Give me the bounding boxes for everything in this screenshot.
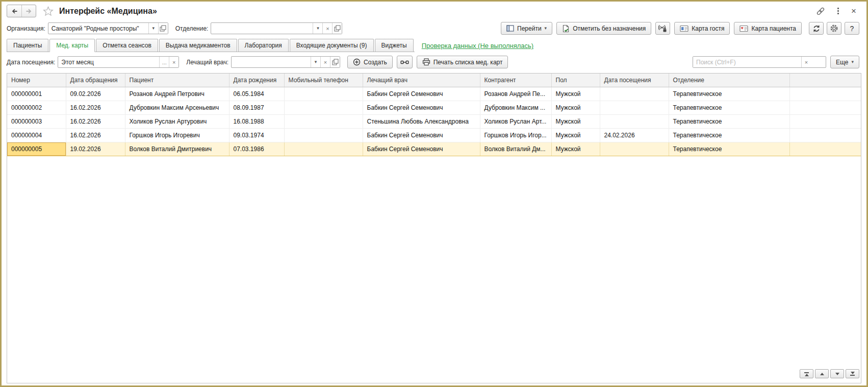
table-row[interactable]: 000000002 16.02.2026 Дубровкин Максим Ар… bbox=[7, 101, 861, 114]
column-header-sex[interactable]: Пол bbox=[551, 74, 600, 87]
goto-button[interactable]: Перейти ▾ bbox=[501, 22, 552, 35]
print-med-cards-button[interactable]: Печать списка мед. карт bbox=[417, 56, 508, 68]
column-header-birth-date[interactable]: Дата рождения bbox=[229, 74, 284, 87]
tab-patients[interactable]: Пациенты bbox=[7, 39, 48, 52]
more-menu-icon[interactable] bbox=[836, 7, 840, 15]
help-button[interactable]: ? bbox=[845, 22, 859, 35]
cell-counterparty[interactable]: Розанов Андрей Пе... bbox=[480, 87, 551, 101]
organization-open-button[interactable] bbox=[158, 23, 168, 34]
card-reader-button[interactable] bbox=[655, 22, 670, 35]
cell-mobile-phone[interactable] bbox=[284, 142, 363, 156]
scroll-down-button[interactable] bbox=[830, 369, 844, 378]
visit-date-clear-button[interactable]: × bbox=[169, 57, 178, 67]
cell-visit-date[interactable] bbox=[600, 101, 669, 114]
cell-birth-date[interactable]: 07.03.1986 bbox=[229, 142, 284, 156]
cell-number[interactable]: 000000003 bbox=[7, 114, 66, 128]
cell-patient[interactable]: Горшков Игорь Игоревич bbox=[125, 128, 229, 142]
cell-patient[interactable]: Волков Виталий Дмитриевич bbox=[125, 142, 229, 156]
scroll-top-button[interactable] bbox=[800, 369, 813, 378]
cell-doctor[interactable]: Бабкин Сергей Семенович bbox=[363, 101, 480, 114]
search-clear-button[interactable]: × bbox=[801, 57, 811, 67]
cell-department[interactable]: Терапевтическое bbox=[669, 101, 789, 114]
cell-request-date[interactable]: 16.02.2026 bbox=[66, 101, 125, 114]
data-check-link[interactable]: Проверка данных (Не выполнялась) bbox=[422, 42, 533, 50]
cell-mobile-phone[interactable] bbox=[284, 101, 363, 114]
cell-visit-date[interactable] bbox=[600, 87, 669, 101]
column-header-mobile-phone[interactable]: Мобильный телефон bbox=[284, 74, 363, 87]
cell-doctor[interactable]: Бабкин Сергей Семенович bbox=[363, 142, 480, 156]
tab-session-marks[interactable]: Отметка сеансов bbox=[96, 39, 158, 52]
cell-counterparty[interactable]: Горшков Игорь Игор... bbox=[480, 128, 551, 142]
back-button[interactable] bbox=[7, 5, 21, 17]
cell-birth-date[interactable]: 08.09.1987 bbox=[229, 101, 284, 114]
table-row[interactable]: 000000005 19.02.2026 Волков Виталий Дмит… bbox=[7, 142, 861, 156]
tab-laboratory[interactable]: Лаборатория bbox=[238, 39, 289, 52]
cell-sex[interactable]: Мужской bbox=[551, 128, 600, 142]
cell-counterparty[interactable]: Дубровкин Максим ... bbox=[480, 101, 551, 114]
cell-birth-date[interactable]: 09.03.1974 bbox=[229, 128, 284, 142]
cell-number[interactable]: 000000005 bbox=[7, 142, 66, 156]
cell-patient[interactable]: Розанов Андрей Петрович bbox=[125, 87, 229, 101]
more-button[interactable]: Еще ▾ bbox=[830, 56, 859, 68]
refresh-button[interactable] bbox=[809, 22, 824, 35]
guest-card-button[interactable]: Карта гостя bbox=[674, 22, 730, 35]
cell-visit-date[interactable]: 24.02.2026 bbox=[600, 128, 669, 142]
column-header-number[interactable]: Номер bbox=[7, 74, 66, 87]
cell-department[interactable]: Терапевтическое bbox=[669, 128, 789, 142]
cell-number[interactable]: 000000004 bbox=[7, 128, 66, 142]
column-header-department[interactable]: Отделение bbox=[669, 74, 789, 87]
cell-department[interactable]: Терапевтическое bbox=[669, 114, 789, 128]
cell-sex[interactable]: Мужской bbox=[551, 114, 600, 128]
patient-card-button[interactable]: Карта пациента bbox=[734, 22, 802, 35]
column-header-request-date[interactable]: Дата обращения bbox=[66, 74, 125, 87]
doctor-dropdown-button[interactable]: ▾ bbox=[311, 57, 320, 67]
linked-sessions-button[interactable] bbox=[397, 56, 413, 68]
organization-field[interactable]: Санаторий "Родные просторы" ▾ bbox=[48, 22, 168, 34]
cell-counterparty[interactable]: Холиков Руслан Арт... bbox=[480, 114, 551, 128]
cell-mobile-phone[interactable] bbox=[284, 114, 363, 128]
cell-doctor[interactable]: Стеньшина Любовь Александровна bbox=[363, 114, 480, 128]
column-header-counterparty[interactable]: Контрагент bbox=[480, 74, 551, 87]
column-header-doctor[interactable]: Лечащий врач bbox=[363, 74, 480, 87]
cell-request-date[interactable]: 19.02.2026 bbox=[66, 142, 125, 156]
tab-incoming-documents[interactable]: Входящие документы (9) bbox=[290, 39, 374, 52]
cell-doctor[interactable]: Бабкин Сергей Семенович bbox=[363, 87, 480, 101]
organization-dropdown-button[interactable]: ▾ bbox=[148, 23, 158, 34]
favorite-star-icon[interactable] bbox=[43, 6, 54, 16]
table-row[interactable]: 000000003 16.02.2026 Холиков Руслан Арту… bbox=[7, 114, 861, 128]
cell-mobile-phone[interactable] bbox=[284, 128, 363, 142]
cell-patient[interactable]: Холиков Руслан Артурович bbox=[125, 114, 229, 128]
cell-request-date[interactable]: 16.02.2026 bbox=[66, 128, 125, 142]
cell-sex[interactable]: Мужской bbox=[551, 142, 600, 156]
search-input[interactable] bbox=[693, 57, 801, 67]
mark-without-assignment-button[interactable]: Отметить без назначения bbox=[556, 22, 651, 35]
close-icon[interactable]: × bbox=[851, 7, 856, 15]
cell-department[interactable]: Терапевтическое bbox=[669, 142, 789, 156]
cell-birth-date[interactable]: 16.08.1988 bbox=[229, 114, 284, 128]
cell-counterparty[interactable]: Волков Виталий Дм... bbox=[480, 142, 551, 156]
doctor-open-button[interactable] bbox=[330, 57, 340, 67]
visit-date-field[interactable]: Этот месяц ... × bbox=[58, 56, 179, 68]
cell-doctor[interactable]: Бабкин Сергей Семенович bbox=[363, 128, 480, 142]
doctor-clear-button[interactable]: × bbox=[320, 57, 330, 67]
link-icon[interactable] bbox=[816, 7, 825, 16]
settings-button[interactable] bbox=[827, 22, 841, 35]
search-field[interactable]: × bbox=[693, 56, 826, 68]
department-open-button[interactable] bbox=[332, 23, 342, 34]
cell-birth-date[interactable]: 06.05.1984 bbox=[229, 87, 284, 101]
table-row[interactable]: 000000001 09.02.2026 Розанов Андрей Петр… bbox=[7, 87, 861, 101]
cell-visit-date[interactable] bbox=[600, 142, 669, 156]
cell-patient[interactable]: Дубровкин Максим Арсеньевич bbox=[125, 101, 229, 114]
column-header-visit-date[interactable]: Дата посещения bbox=[600, 74, 669, 87]
cell-visit-date[interactable] bbox=[600, 114, 669, 128]
tab-med-cards[interactable]: Мед. карты bbox=[49, 39, 95, 52]
department-dropdown-button[interactable]: ▾ bbox=[313, 23, 322, 34]
doctor-field[interactable]: ▾ × bbox=[231, 56, 340, 68]
column-header-patient[interactable]: Пациент bbox=[125, 74, 229, 87]
tab-widgets[interactable]: Виджеты bbox=[375, 39, 414, 52]
department-field[interactable]: ▾ × bbox=[211, 22, 342, 34]
tab-medication-issue[interactable]: Выдача медикаментов bbox=[159, 39, 237, 52]
cell-number[interactable]: 000000002 bbox=[7, 101, 66, 114]
scroll-bottom-button[interactable] bbox=[846, 369, 859, 378]
cell-department[interactable]: Терапевтическое bbox=[669, 87, 789, 101]
